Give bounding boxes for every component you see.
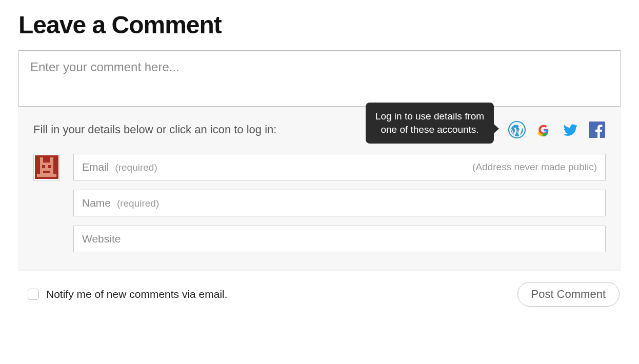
comment-textarea[interactable] [18, 50, 621, 107]
svg-rect-4 [50, 157, 53, 163]
avatar [33, 154, 60, 180]
svg-rect-9 [37, 174, 56, 177]
svg-rect-7 [48, 165, 51, 168]
google-icon[interactable] [535, 121, 552, 138]
twitter-icon[interactable] [562, 121, 579, 138]
wordpress-icon[interactable] [508, 121, 526, 138]
notify-checkbox-row[interactable]: Notify me of new comments via email. [28, 288, 228, 300]
login-instructions: Fill in your details below or click an i… [33, 123, 502, 136]
name-hint: (required) [117, 198, 159, 209]
svg-rect-6 [42, 165, 45, 168]
email-privacy-hint: (Address never made public) [472, 161, 597, 173]
notify-label: Notify me of new comments via email. [46, 288, 228, 300]
name-field[interactable]: Name (required) [73, 190, 606, 216]
svg-rect-3 [40, 157, 43, 163]
name-label: Name [82, 197, 111, 209]
notify-checkbox[interactable] [28, 289, 39, 300]
email-field[interactable]: Email (required) (Address never made pub… [73, 154, 606, 180]
email-hint: (required) [115, 162, 157, 173]
website-field[interactable]: Website [73, 226, 606, 252]
page-title: Leave a Comment [18, 12, 621, 38]
website-label: Website [82, 233, 121, 245]
avatar-icon [35, 155, 58, 179]
email-label: Email [82, 161, 109, 173]
svg-rect-8 [43, 171, 50, 173]
post-comment-button[interactable]: Post Comment [517, 282, 620, 307]
social-login-icons [508, 121, 606, 138]
facebook-icon[interactable] [588, 121, 606, 138]
